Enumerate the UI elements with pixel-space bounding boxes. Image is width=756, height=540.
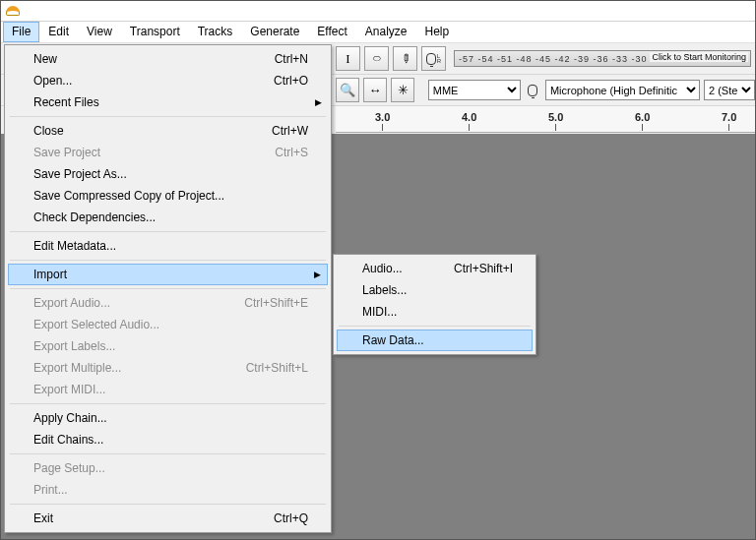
menu-item-label: MIDI...	[362, 305, 397, 319]
submenu-arrow-icon: ▶	[315, 97, 322, 107]
menu-tracks[interactable]: Tracks	[189, 22, 242, 42]
menu-separator	[339, 326, 531, 327]
import-menu-item-midi[interactable]: MIDI...	[337, 301, 533, 323]
menu-help[interactable]: Help	[416, 22, 459, 42]
menu-item-label: Export MIDI...	[33, 383, 105, 396]
menubar: FileEditViewTransportTracksGenerateEffec…	[1, 22, 755, 43]
file-menu-item-save-project-as[interactable]: Save Project As...	[8, 163, 328, 185]
zoom-tool-button[interactable]: 🔍	[336, 78, 359, 102]
lr-icon: LR	[437, 54, 441, 64]
file-menu-item-open[interactable]: Open...Ctrl+O	[8, 70, 328, 91]
app-icon	[6, 6, 20, 16]
ruler-tick	[469, 124, 470, 131]
ruler-tick-label: 7.0	[722, 111, 736, 123]
menu-item-label: Page Setup...	[33, 461, 105, 475]
menu-item-label: Raw Data...	[362, 333, 424, 347]
meter-hint: Click to Start Monitoring	[650, 52, 748, 62]
menu-item-label: Save Project As...	[33, 167, 127, 181]
mic-meter-button[interactable]: LR	[421, 46, 446, 71]
menu-item-label: Recent Files	[33, 95, 99, 109]
titlebar	[1, 1, 755, 22]
menu-item-shortcut: Ctrl+N	[235, 52, 308, 66]
menu-item-label: Exit	[33, 511, 53, 525]
ruler-tick	[382, 124, 383, 131]
menu-item-label: Export Labels...	[33, 339, 115, 353]
recording-device-select[interactable]: Microphone (High Definitic	[545, 80, 700, 100]
menu-file[interactable]: File	[3, 22, 39, 42]
file-menu-item-apply-chain[interactable]: Apply Chain...	[8, 407, 328, 429]
menu-item-label: Labels...	[362, 283, 407, 297]
menu-separator	[10, 504, 326, 505]
file-menu-item-exit[interactable]: ExitCtrl+Q	[8, 508, 328, 529]
timeshift-tool-button[interactable]: ↔	[363, 78, 387, 102]
file-menu-item-check-dependencies[interactable]: Check Dependencies...	[8, 207, 328, 228]
audio-host-select[interactable]: MME	[428, 80, 521, 100]
menu-item-label: Edit Chains...	[33, 433, 103, 447]
file-menu-item-page-setup: Page Setup...	[8, 457, 328, 479]
file-menu-item-recent-files[interactable]: Recent Files▶	[8, 91, 328, 113]
menu-item-label: New	[33, 52, 57, 66]
menu-item-label: Save Project	[33, 146, 100, 159]
import-menu-item-audio[interactable]: Audio...Ctrl+Shift+I	[337, 258, 533, 279]
file-menu-item-export-labels: Export Labels...	[8, 335, 328, 357]
menu-item-label: Check Dependencies...	[33, 210, 156, 224]
file-menu: NewCtrl+NOpen...Ctrl+ORecent Files▶Close…	[4, 44, 332, 533]
menu-item-label: Export Audio...	[33, 296, 110, 310]
menu-analyze[interactable]: Analyze	[356, 22, 416, 42]
file-menu-item-save-project: Save ProjectCtrl+S	[8, 142, 328, 163]
file-menu-item-print: Print...	[8, 479, 328, 501]
selection-tool-button[interactable]: I	[336, 46, 360, 71]
menu-item-shortcut: Ctrl+Shift+E	[205, 296, 308, 310]
import-menu-item-raw-data[interactable]: Raw Data...	[337, 330, 533, 351]
menu-view[interactable]: View	[78, 22, 121, 42]
menu-separator	[10, 288, 326, 289]
draw-tool-button[interactable]: ✎	[393, 46, 417, 71]
file-menu-item-export-multiple: Export Multiple...Ctrl+Shift+L	[8, 357, 328, 379]
menu-transport[interactable]: Transport	[121, 22, 189, 42]
menu-item-shortcut: Ctrl+O	[234, 74, 308, 88]
menu-item-label: Audio...	[362, 262, 403, 275]
ruler-tick	[642, 124, 643, 131]
menu-item-label: Save Compressed Copy of Project...	[33, 189, 224, 203]
menu-separator	[10, 453, 326, 454]
menu-item-shortcut: Ctrl+S	[235, 146, 308, 159]
timeline-ruler[interactable]: 3.0 4.0 5.0 6.0 7.0	[336, 106, 755, 133]
menu-separator	[10, 116, 326, 117]
submenu-arrow-icon: ▶	[314, 270, 321, 279]
menu-edit[interactable]: Edit	[39, 22, 78, 42]
menu-item-shortcut: Ctrl+Shift+I	[414, 262, 513, 275]
menu-effect[interactable]: Effect	[308, 22, 355, 42]
file-menu-item-save-compressed-copy-of-project[interactable]: Save Compressed Copy of Project...	[8, 185, 328, 207]
ruler-tick-label: 5.0	[548, 111, 563, 123]
file-menu-item-export-midi: Export MIDI...	[8, 379, 328, 400]
menu-generate[interactable]: Generate	[241, 22, 308, 42]
menu-item-label: Apply Chain...	[33, 411, 107, 425]
menu-item-shortcut: Ctrl+Q	[234, 511, 308, 525]
menu-item-shortcut: Ctrl+Shift+L	[207, 361, 308, 375]
envelope-tool-button[interactable]: ⬭	[364, 46, 389, 71]
multi-tool-button[interactable]: ✳	[391, 78, 414, 102]
file-menu-item-edit-metadata[interactable]: Edit Metadata...	[8, 235, 328, 257]
file-menu-item-close[interactable]: CloseCtrl+W	[8, 120, 328, 142]
menu-separator	[10, 403, 326, 404]
import-menu-item-labels[interactable]: Labels...	[337, 279, 533, 301]
menu-item-label: Close	[33, 124, 64, 138]
menu-item-label: Export Selected Audio...	[33, 318, 159, 331]
mic-icon	[426, 53, 436, 65]
file-menu-item-new[interactable]: NewCtrl+N	[8, 48, 328, 70]
meter-scale: -57 -54 -51 -48 -45 -42 -39 -36 -33 -30	[455, 54, 648, 64]
ruler-tick-label: 6.0	[635, 111, 650, 123]
menu-item-label: Export Multiple...	[33, 361, 121, 375]
file-menu-item-edit-chains[interactable]: Edit Chains...	[8, 429, 328, 450]
menu-item-label: Open...	[33, 74, 72, 88]
ruler-tick-label: 4.0	[462, 111, 476, 123]
app-window: FileEditViewTransportTracksGenerateEffec…	[0, 0, 756, 540]
file-menu-item-import[interactable]: Import▶	[8, 264, 328, 285]
recording-channels-select[interactable]: 2 (Ster	[704, 80, 755, 100]
ruler-tick	[555, 124, 556, 131]
menu-item-label: Edit Metadata...	[33, 239, 116, 253]
menu-item-label: Print...	[33, 483, 68, 497]
recording-meter[interactable]: -57 -54 -51 -48 -45 -42 -39 -36 -33 -30 …	[454, 50, 751, 67]
menu-separator	[10, 260, 326, 261]
file-menu-item-export-audio: Export Audio...Ctrl+Shift+E	[8, 292, 328, 314]
